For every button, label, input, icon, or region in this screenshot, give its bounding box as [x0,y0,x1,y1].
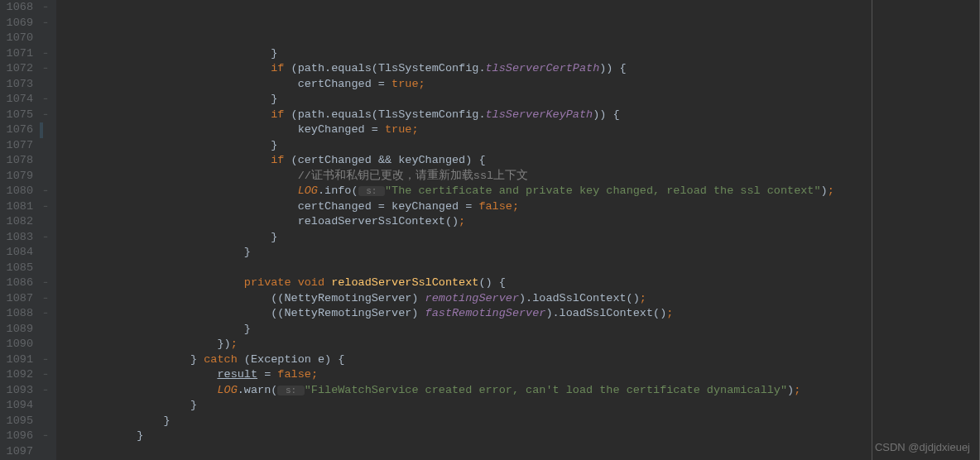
fold-column[interactable]: −−−−−−−−−−−−−−−− [40,0,56,460]
code-line[interactable] [56,261,979,276]
line-number-gutter: 1068106910701071107210731074107510761077… [0,0,40,460]
code-token: (Exception e) { [244,353,345,366]
code-token: false [478,200,512,213]
code-token [56,62,271,74]
code-line[interactable]: keyChanged = true; [56,122,979,138]
code-line[interactable]: certChanged = keyChanged = false; [56,199,979,215]
line-number: 1085 [0,261,33,276]
code-line[interactable]: LOG.info( s: "The certificate and privat… [56,184,979,199]
code-token: ; [640,292,646,304]
line-number: 1073 [0,77,33,93]
line-number: 1090 [0,337,33,352]
line-number: 1093 [0,383,33,399]
code-token: remotingServer [425,292,519,304]
line-number: 1081 [0,199,33,215]
code-token: ; [411,123,418,136]
change-marker [40,122,43,138]
code-line[interactable]: if (path.equals(TlsSystemConfig.tlsServe… [56,61,979,77]
code-token [56,108,271,121]
code-token: .info( [318,184,358,197]
code-token [56,384,217,396]
line-number: 1072 [0,61,33,77]
fold-marker-icon[interactable]: − [41,19,50,27]
code-line[interactable]: } catch (Exception e) { [56,352,979,368]
code-token: )) { [599,62,626,74]
fold-marker-icon[interactable]: − [41,50,50,58]
line-number: 1069 [0,16,33,31]
code-token: if [271,108,291,121]
code-token: LOG [298,184,318,197]
code-token: result [217,368,257,381]
code-token: } [56,323,251,335]
fold-marker-icon[interactable]: − [41,111,50,119]
fold-marker-icon[interactable]: − [41,3,50,12]
code-token: ((NettyRemotingServer) [56,307,425,319]
code-token: ; [418,78,425,90]
line-number: 1068 [0,0,33,16]
code-line[interactable]: certChanged = true; [56,77,979,93]
code-token: //证书和私钥已更改，请重新加载ssl上下文 [298,170,529,182]
fold-marker-icon[interactable]: − [41,356,50,364]
fold-marker-icon[interactable]: − [41,203,50,211]
code-line[interactable]: reloadServerSslContext(); [56,214,979,230]
fold-marker-icon[interactable]: − [41,309,50,318]
line-number: 1086 [0,276,33,291]
code-line[interactable]: if (certChanged && keyChanged) { [56,153,979,169]
right-margin-guide [872,0,872,460]
code-line[interactable]: ((NettyRemotingServer) fastRemotingServe… [56,306,979,322]
code-token: = [257,368,277,381]
code-line[interactable]: } [56,230,979,246]
fold-marker-icon[interactable]: − [41,279,50,287]
code-line[interactable]: }); [56,337,979,352]
code-line[interactable]: LOG.warn( s: "FileWatchService created e… [56,383,979,399]
code-line[interactable]: } [56,92,979,108]
code-line[interactable]: } [56,245,979,261]
code-token: )) { [593,108,619,121]
fold-marker-icon[interactable]: − [41,432,50,440]
fold-marker-icon[interactable]: − [41,386,50,395]
code-editor[interactable]: 1068106910701071107210731074107510761077… [0,0,980,460]
code-line[interactable]: //证书和私钥已更改，请重新加载ssl上下文 [56,169,979,184]
code-token [56,184,298,197]
fold-marker-icon[interactable]: − [41,295,50,303]
code-line[interactable] [56,444,979,460]
code-token: false [277,368,311,381]
code-token: ) [787,384,794,396]
code-line[interactable]: if (path.equals(TlsSystemConfig.tlsServe… [56,108,979,123]
fold-marker-icon[interactable]: − [41,65,50,73]
code-line[interactable]: result = false; [56,367,979,383]
code-token: () { [478,276,505,289]
code-line[interactable]: } [56,398,979,414]
line-number: 1084 [0,245,33,261]
code-line[interactable]: } [56,46,979,62]
code-token: ; [828,184,834,197]
code-token: } [56,93,277,105]
code-token: certChanged = keyChanged = [56,200,478,213]
line-number: 1096 [0,429,33,444]
code-token: catch [204,353,244,366]
line-number: 1070 [0,31,33,46]
code-token: } [56,246,251,258]
line-number: 1074 [0,92,33,108]
fold-marker-icon[interactable]: − [41,95,50,103]
code-line[interactable]: } [56,322,979,338]
code-token: } [56,429,143,442]
code-token: s: [358,186,385,196]
code-token: }) [56,338,231,350]
line-number: 1071 [0,46,33,62]
code-token: keyChanged = [56,123,385,136]
code-token: reloadServerSslContext() [56,215,459,228]
code-token: } [56,47,277,60]
fold-marker-icon[interactable]: − [41,371,50,379]
code-line[interactable]: } [56,138,979,154]
code-line[interactable]: ((NettyRemotingServer) remotingServer).l… [56,291,979,307]
line-number: 1083 [0,230,33,246]
code-line[interactable]: } [56,414,979,429]
code-line[interactable]: private void reloadServerSslContext() { [56,276,979,291]
fold-marker-icon[interactable]: − [41,187,50,195]
code-token: ; [794,384,800,396]
code-area[interactable]: } if (path.equals(TlsSystemConfig.tlsSer… [56,0,980,460]
code-line[interactable]: } [56,429,979,444]
fold-marker-icon[interactable]: − [41,233,50,242]
line-number: 1077 [0,138,33,154]
